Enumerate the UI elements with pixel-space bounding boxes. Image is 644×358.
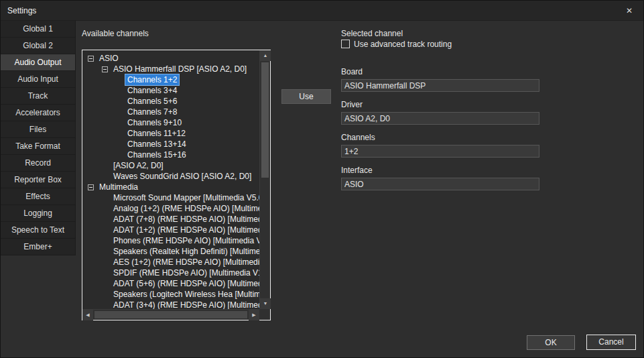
sidebar-item-speech-to-text[interactable]: Speech to Text — [1, 222, 76, 239]
horizontal-scrollbar-thumb[interactable] — [94, 311, 247, 318]
sidebar-item-global-1[interactable]: Global 1 — [1, 21, 76, 38]
board-label: Board — [341, 67, 539, 76]
scroll-right-icon[interactable]: ▶ — [249, 310, 259, 320]
tree-item[interactable]: Channels 9+10 — [82, 117, 259, 128]
tree-item-label: Channels 9+10 — [125, 117, 184, 128]
sidebar-item-global-2[interactable]: Global 2 — [1, 38, 76, 54]
sidebar-item-ember-[interactable]: Ember+ — [1, 239, 76, 255]
tree-item[interactable]: Channels 15+16 — [82, 150, 259, 160]
tree-item[interactable]: ASIO — [82, 53, 259, 64]
tree-item[interactable]: [ASIO A2, D0] — [82, 160, 259, 171]
indent-spacer — [116, 120, 122, 126]
tree-item[interactable]: Phones (RME HDSPe AIO) [Multimedia V10.0… — [82, 235, 259, 246]
horizontal-scrollbar[interactable]: ◀ ▶ — [82, 309, 259, 320]
vertical-scrollbar[interactable]: ▲ ▼ — [259, 50, 270, 309]
tree-item-label: ADAT (7+8) (RME HDSPe AIO) [Multimedia V… — [111, 214, 259, 225]
tree-item-label: Waves SoundGrid ASIO [ASIO A2, D0] — [111, 171, 253, 182]
indent-spacer — [102, 206, 108, 212]
tree-item-label: Channels 7+8 — [125, 107, 179, 117]
tree-item[interactable]: Channels 5+6 — [82, 96, 259, 107]
tree-item-label: Channels 5+6 — [125, 96, 179, 107]
tree-item[interactable]: Speakers (Realtek High Definiti) [Multim… — [82, 246, 259, 257]
tree-item-label: Analog (1+2) (RME HDSPe AIO) [Multimedia… — [111, 203, 259, 214]
sidebar-item-audio-output[interactable]: Audio Output — [1, 54, 76, 71]
tree-item[interactable]: ADAT (3+4) (RME HDSPe AIO) [Multimedia V — [82, 300, 259, 309]
sidebar-item-accelerators[interactable]: Accelerators — [1, 105, 76, 121]
tree-item[interactable]: AES (1+2) (RME HDSPe AIO) [Multimedia V1… — [82, 257, 259, 267]
tree-item[interactable]: Waves SoundGrid ASIO [ASIO A2, D0] — [82, 171, 259, 182]
collapse-icon[interactable] — [102, 66, 108, 72]
selected-channel-label: Selected channel — [341, 29, 403, 38]
tree-item[interactable]: Analog (1+2) (RME HDSPe AIO) [Multimedia… — [82, 203, 259, 214]
tree-item-label: ASIO — [97, 53, 121, 64]
tree-item-label: [ASIO A2, D0] — [111, 160, 166, 171]
tree-item[interactable]: Channels 13+14 — [82, 139, 259, 150]
tree-item[interactable]: Channels 3+4 — [82, 85, 259, 96]
settings-dialog: Settings ✕ Global 1Global 2Audio OutputA… — [0, 0, 644, 358]
tree-item[interactable]: Channels 11+12 — [82, 128, 259, 139]
tree-item[interactable]: Microsoft Sound Mapper [Multimedia V5.0] — [82, 192, 259, 203]
channels-field[interactable] — [341, 145, 539, 158]
sidebar-item-reporter-box[interactable]: Reporter Box — [1, 172, 76, 188]
tree-item-label: Channels 11+12 — [125, 128, 188, 139]
tree-item-label: ADAT (1+2) (RME HDSPe AIO) [Multimedia V… — [111, 225, 259, 235]
indent-spacer — [116, 141, 122, 147]
tree-item[interactable]: ADAT (7+8) (RME HDSPe AIO) [Multimedia V… — [82, 214, 259, 225]
ok-button[interactable]: OK — [527, 335, 575, 350]
tree-item-label: Channels 15+16 — [125, 150, 188, 160]
indent-spacer — [116, 77, 122, 83]
tree-item[interactable]: Multimedia — [82, 182, 259, 192]
settings-sidebar: Global 1Global 2Audio OutputAudio InputT… — [1, 21, 76, 255]
tree-item[interactable]: Channels 1+2 — [82, 74, 259, 85]
use-button[interactable]: Use — [281, 89, 331, 104]
sidebar-item-files[interactable]: Files — [1, 121, 76, 138]
collapse-icon[interactable] — [88, 56, 94, 62]
interface-field[interactable] — [341, 178, 539, 190]
close-icon[interactable]: ✕ — [623, 5, 635, 16]
sidebar-item-track[interactable]: Track — [1, 88, 76, 105]
indent-spacer — [102, 238, 108, 244]
driver-label: Driver — [341, 100, 539, 109]
tree-item-label: SPDIF (RME HDSPe AIO) [Multimedia V10.0] — [111, 267, 259, 278]
board-field[interactable] — [341, 79, 539, 92]
sidebar-item-take-format[interactable]: Take Format — [1, 138, 76, 155]
channels-label: Channels — [341, 133, 539, 142]
indent-spacer — [116, 152, 122, 158]
indent-spacer — [102, 302, 108, 308]
sidebar-item-effects[interactable]: Effects — [1, 188, 76, 205]
indent-spacer — [102, 195, 108, 201]
tree-item[interactable]: ADAT (1+2) (RME HDSPe AIO) [Multimedia V… — [82, 225, 259, 235]
indent-spacer — [102, 174, 108, 180]
indent-spacer — [102, 227, 108, 233]
indent-spacer — [102, 292, 108, 298]
window-title: Settings — [7, 6, 36, 15]
scroll-up-icon[interactable]: ▲ — [260, 50, 271, 61]
cancel-button[interactable]: Cancel — [586, 335, 636, 350]
vertical-scrollbar-thumb[interactable] — [261, 62, 269, 178]
tree-item-label: Speakers (Realtek High Definiti) [Multim… — [111, 246, 259, 257]
indent-spacer — [116, 131, 122, 137]
tree-item[interactable]: Speakers (Logitech Wireless Hea [Multime… — [82, 289, 259, 300]
sidebar-item-audio-input[interactable]: Audio Input — [1, 71, 76, 88]
indent-spacer — [102, 163, 108, 169]
scroll-down-icon[interactable]: ▼ — [260, 298, 271, 309]
indent-spacer — [116, 88, 122, 94]
sidebar-item-logging[interactable]: Logging — [1, 205, 76, 222]
tree-item[interactable]: ADAT (5+6) (RME HDSPe AIO) [Multimedia V… — [82, 278, 259, 289]
scroll-left-icon[interactable]: ◀ — [82, 310, 93, 320]
tree-item[interactable]: Channels 7+8 — [82, 107, 259, 117]
tree-item-label: Channels 3+4 — [125, 85, 179, 96]
advanced-routing-checkbox[interactable] — [341, 40, 350, 48]
indent-spacer — [102, 270, 108, 276]
indent-spacer — [102, 217, 108, 223]
tree-item[interactable]: SPDIF (RME HDSPe AIO) [Multimedia V10.0] — [82, 267, 259, 278]
collapse-icon[interactable] — [88, 184, 94, 190]
sidebar-item-record[interactable]: Record — [1, 155, 76, 172]
driver-field[interactable] — [341, 112, 539, 125]
title-bar: Settings ✕ — [1, 1, 643, 21]
tree-item-label: Microsoft Sound Mapper [Multimedia V5.0] — [111, 192, 259, 203]
tree-item[interactable]: ASIO Hammerfall DSP [ASIO A2, D0] — [82, 64, 259, 74]
indent-spacer — [102, 281, 108, 287]
tree-item-label: Phones (RME HDSPe AIO) [Multimedia V10.0… — [111, 235, 259, 246]
tree-item-label: ADAT (3+4) (RME HDSPe AIO) [Multimedia V — [111, 300, 259, 309]
